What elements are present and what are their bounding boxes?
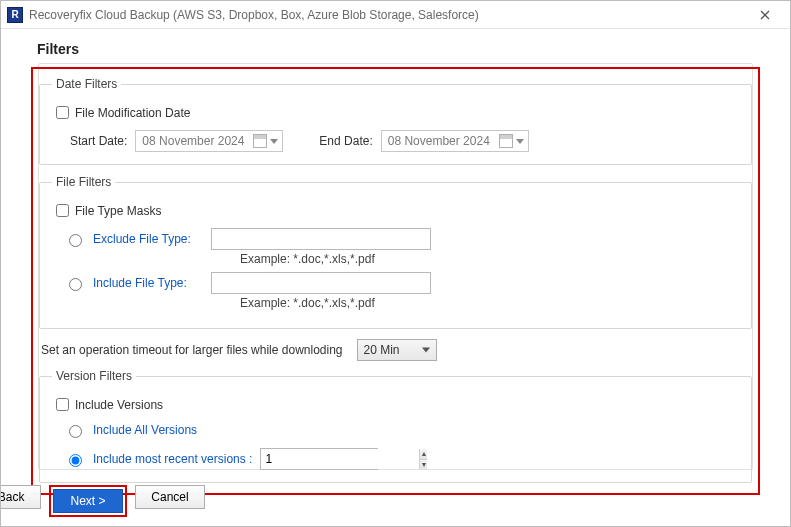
spinner-down-icon[interactable]: ▼ — [420, 459, 427, 470]
include-all-versions-radio[interactable] — [69, 425, 82, 438]
include-example-text: Example: *.doc,*.xls,*.pdf — [240, 296, 739, 310]
version-filters-group: Version Filters Include Versions Include… — [39, 369, 752, 483]
include-all-versions-label: Include All Versions — [93, 423, 197, 437]
file-type-masks-label: File Type Masks — [75, 204, 161, 218]
close-icon — [760, 10, 770, 20]
next-button[interactable]: Next > — [53, 489, 123, 513]
recent-versions-spinner[interactable]: ▲ ▼ — [260, 448, 378, 470]
timeout-value: 20 Min — [364, 343, 400, 357]
spinner-up-icon[interactable]: ▲ — [420, 449, 427, 459]
exclude-file-type-label: Exclude File Type: — [93, 232, 203, 246]
start-date-label: Start Date: — [70, 134, 127, 148]
include-recent-versions-label: Include most recent versions : — [93, 452, 252, 466]
window-title: Recoveryfix Cloud Backup (AWS S3, Dropbo… — [29, 8, 748, 22]
back-button[interactable]: < Back — [0, 485, 41, 509]
date-filters-group: Date Filters File Modification Date Star… — [39, 77, 752, 165]
wizard-footer: < Back Next > Cancel — [0, 485, 760, 517]
timeout-label: Set an operation timeout for larger file… — [41, 343, 343, 357]
include-recent-versions-radio[interactable] — [69, 454, 82, 467]
include-versions-label: Include Versions — [75, 398, 163, 412]
page-title: Filters — [37, 41, 760, 57]
end-date-label: End Date: — [319, 134, 372, 148]
exclude-example-text: Example: *.doc,*.xls,*.pdf — [240, 252, 739, 266]
file-type-masks-checkbox[interactable] — [56, 204, 69, 217]
file-filters-group: File Filters File Type Masks Exclude Fil… — [39, 175, 752, 329]
include-versions-checkbox[interactable] — [56, 398, 69, 411]
end-date-value: 08 November 2024 — [388, 134, 490, 148]
close-button[interactable] — [748, 4, 782, 26]
chevron-down-icon — [270, 139, 278, 144]
file-modification-date-label: File Modification Date — [75, 106, 190, 120]
titlebar: R Recoveryfix Cloud Backup (AWS S3, Drop… — [1, 1, 790, 29]
recent-versions-input[interactable] — [261, 449, 419, 469]
timeout-select[interactable]: 20 Min — [357, 339, 437, 361]
app-icon: R — [7, 7, 23, 23]
start-date-value: 08 November 2024 — [142, 134, 244, 148]
include-file-type-input[interactable] — [211, 272, 431, 294]
end-date-picker[interactable]: 08 November 2024 — [381, 130, 529, 152]
file-filters-legend: File Filters — [52, 175, 115, 189]
cancel-button[interactable]: Cancel — [135, 485, 205, 509]
next-button-highlight: Next > — [49, 485, 127, 517]
date-filters-legend: Date Filters — [52, 77, 121, 91]
version-filters-legend: Version Filters — [52, 369, 136, 383]
include-file-type-label: Include File Type: — [93, 276, 203, 290]
exclude-file-type-radio[interactable] — [69, 234, 82, 247]
calendar-icon — [499, 134, 513, 148]
chevron-down-icon — [516, 139, 524, 144]
start-date-picker[interactable]: 08 November 2024 — [135, 130, 283, 152]
exclude-file-type-input[interactable] — [211, 228, 431, 250]
highlighted-region: Date Filters File Modification Date Star… — [31, 67, 760, 495]
include-file-type-radio[interactable] — [69, 278, 82, 291]
calendar-icon — [253, 134, 267, 148]
file-modification-date-checkbox[interactable] — [56, 106, 69, 119]
